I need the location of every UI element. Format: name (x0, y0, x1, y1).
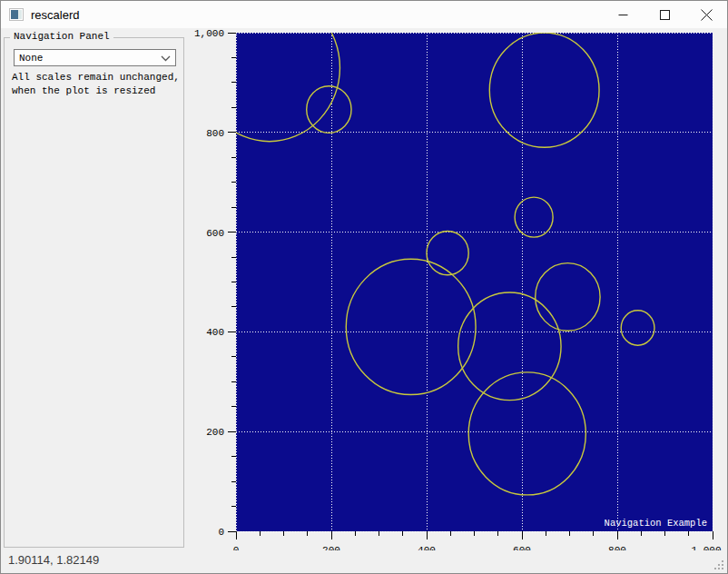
cursor-coordinates: 1.90114, 1.82149 (8, 553, 99, 567)
app-window: rescalerd Navigation Example020040060080… (0, 0, 728, 574)
combobox-selected-value: None (19, 53, 43, 64)
y-tick-label: 800 (206, 128, 224, 139)
navigation-panel-group: Navigation Panel None All scales remain … (4, 37, 184, 548)
groupbox-label: Navigation Panel (10, 31, 113, 42)
chevron-down-icon (161, 55, 171, 62)
resize-grip[interactable] (714, 560, 724, 570)
plot-background[interactable] (236, 33, 713, 531)
panel-description-line2: when the plot is resized (12, 84, 180, 98)
navigation-mode-select[interactable]: None (14, 49, 176, 66)
y-tick-label: 600 (206, 228, 224, 239)
y-tick-label: 200 (206, 427, 224, 438)
y-tick-label: 1,000 (194, 28, 224, 39)
y-tick-label: 400 (206, 327, 224, 338)
panel-description: All scales remain unchanged, when the pl… (12, 71, 180, 98)
y-tick-label: 0 (218, 527, 224, 538)
panel-description-line1: All scales remain unchanged, (12, 71, 180, 84)
plot-annotation: Navigation Example (605, 518, 707, 529)
statusbar: 1.90114, 1.82149 (1, 550, 727, 573)
